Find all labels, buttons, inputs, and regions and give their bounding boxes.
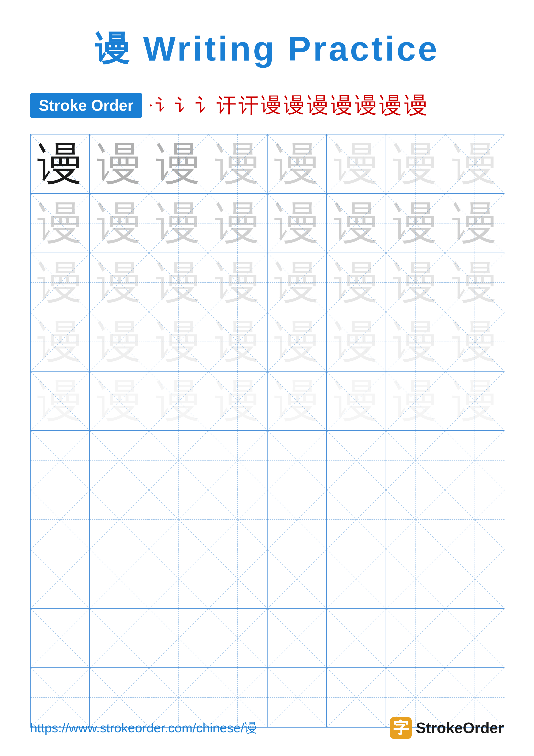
grid-cell[interactable] [149, 549, 208, 608]
grid-cell[interactable] [31, 549, 90, 608]
grid-cell[interactable] [386, 490, 445, 549]
grid-cell[interactable]: 谩 [386, 194, 445, 253]
svg-line-132 [149, 608, 208, 667]
grid-cell[interactable]: 谩 [386, 253, 445, 312]
svg-line-122 [327, 549, 386, 608]
grid-cell[interactable] [267, 608, 327, 668]
grid-cell[interactable] [208, 549, 267, 608]
stroke-5: 讦 [216, 92, 236, 119]
grid-cell[interactable] [208, 490, 267, 549]
grid-cell[interactable]: 谩 [267, 194, 327, 253]
svg-line-128 [31, 608, 89, 667]
grid-cell[interactable]: 谩 [267, 371, 327, 431]
svg-line-136 [267, 608, 326, 667]
grid-cell[interactable]: 谩 [208, 134, 267, 194]
grid-cell[interactable] [208, 431, 267, 490]
grid-cell[interactable] [386, 549, 445, 608]
grid-cell[interactable] [90, 608, 149, 668]
grid-cell[interactable] [445, 431, 504, 490]
grid-cell[interactable]: 谩 [31, 194, 90, 253]
grid-cell[interactable]: 谩 [90, 371, 149, 431]
grid-cell[interactable]: 谩 [149, 312, 208, 371]
grid-cell[interactable]: 谩 [445, 194, 504, 253]
practice-char: 谩 [37, 378, 83, 424]
grid-row-5: 谩 谩 谩 谩 谩 谩 谩 [31, 371, 504, 431]
grid-cell[interactable] [149, 431, 208, 490]
grid-cell[interactable]: 谩 [31, 134, 90, 194]
footer: https://www.strokeorder.com/chinese/谩 字 … [0, 717, 534, 739]
grid-cell[interactable] [90, 431, 149, 490]
practice-char: 谩 [156, 141, 201, 187]
grid-cell[interactable] [386, 608, 445, 668]
grid-cell[interactable]: 谩 [31, 253, 90, 312]
svg-line-139 [327, 608, 386, 667]
grid-cell[interactable]: 谩 [445, 312, 504, 371]
svg-line-90 [327, 431, 386, 490]
grid-cell[interactable]: 谩 [386, 134, 445, 194]
grid-cell[interactable] [90, 490, 149, 549]
grid-cell[interactable]: 谩 [149, 134, 208, 194]
grid-cell[interactable]: 谩 [208, 253, 267, 312]
svg-line-91 [327, 431, 386, 490]
grid-cell[interactable]: 谩 [445, 371, 504, 431]
grid-cell[interactable] [31, 490, 90, 549]
grid-cell[interactable] [149, 608, 208, 668]
grid-cell[interactable] [327, 549, 386, 608]
grid-cell[interactable]: 谩 [327, 312, 386, 371]
grid-cell[interactable] [267, 549, 327, 608]
grid-cell[interactable] [327, 490, 386, 549]
svg-line-116 [149, 549, 208, 608]
practice-char: 谩 [215, 319, 260, 364]
grid-cell[interactable]: 谩 [31, 371, 90, 431]
practice-char: 谩 [333, 378, 379, 424]
grid-cell[interactable] [445, 608, 504, 668]
grid-cell[interactable]: 谩 [149, 371, 208, 431]
svg-line-141 [386, 608, 445, 667]
grid-cell[interactable]: 谩 [327, 134, 386, 194]
grid-cell[interactable]: 谩 [327, 253, 386, 312]
grid-cell[interactable]: 谩 [267, 312, 327, 371]
grid-cell[interactable]: 谩 [31, 312, 90, 371]
grid-cell[interactable] [327, 431, 386, 490]
grid-cell[interactable]: 谩 [327, 194, 386, 253]
stroke-13: 谩 [404, 90, 428, 121]
svg-line-82 [90, 431, 149, 490]
svg-line-131 [90, 608, 149, 667]
grid-cell[interactable]: 谩 [90, 312, 149, 371]
grid-cell[interactable]: 谩 [90, 253, 149, 312]
grid-cell[interactable]: 谩 [386, 312, 445, 371]
grid-cell[interactable]: 谩 [149, 253, 208, 312]
grid-cell[interactable]: 谩 [208, 312, 267, 371]
grid-cell[interactable] [267, 490, 327, 549]
grid-cell[interactable] [208, 608, 267, 668]
grid-cell[interactable]: 谩 [445, 134, 504, 194]
grid-cell[interactable]: 谩 [208, 371, 267, 431]
grid-cell[interactable] [149, 490, 208, 549]
grid-cell[interactable] [267, 431, 327, 490]
grid-cell[interactable]: 谩 [445, 253, 504, 312]
grid-cell[interactable]: 谩 [386, 371, 445, 431]
svg-line-137 [267, 608, 326, 667]
grid-cell[interactable]: 谩 [327, 371, 386, 431]
grid-cell[interactable] [445, 490, 504, 549]
stroke-12: 谩 [379, 90, 402, 121]
grid-cell[interactable] [327, 608, 386, 668]
grid-cell[interactable] [31, 431, 90, 490]
grid-cell[interactable] [90, 549, 149, 608]
practice-char: 谩 [452, 141, 497, 187]
footer-url[interactable]: https://www.strokeorder.com/chinese/谩 [30, 719, 257, 737]
svg-line-84 [149, 431, 208, 490]
stroke-6: 讦 [239, 92, 259, 119]
grid-cell[interactable]: 谩 [149, 194, 208, 253]
grid-cell[interactable]: 谩 [90, 194, 149, 253]
practice-char: 谩 [333, 201, 379, 246]
stroke-3: 讠 [174, 93, 193, 118]
grid-cell[interactable] [386, 431, 445, 490]
page: 谩 Writing Practice Stroke Order · 讠 讠 讠 … [0, 0, 534, 756]
grid-cell[interactable] [445, 549, 504, 608]
grid-cell[interactable] [31, 608, 90, 668]
grid-cell[interactable]: 谩 [208, 194, 267, 253]
grid-cell[interactable]: 谩 [267, 134, 327, 194]
grid-cell[interactable]: 谩 [90, 134, 149, 194]
grid-cell[interactable]: 谩 [267, 253, 327, 312]
